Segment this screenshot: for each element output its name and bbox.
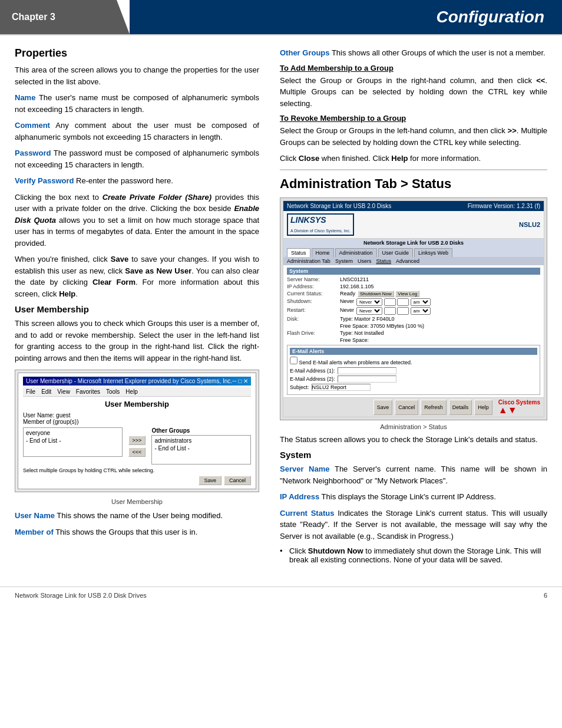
page-header: Chapter 3 Configuration	[0, 0, 562, 35]
footer-left: Network Storage Link for USB 2.0 Disk Dr…	[15, 592, 147, 599]
shutdown-hour[interactable]	[384, 298, 396, 306]
comment-term: Comment	[15, 121, 50, 130]
create-private-italic: Create Private Folder (Share)	[103, 193, 212, 202]
other-list: administrators - End of List -	[151, 435, 251, 465]
restart-select[interactable]: Never	[356, 307, 382, 315]
screenshot-footer-text: Select multiple Groups by holding CTRL w…	[23, 467, 251, 473]
add-membership-desc: Select the Group or Groups in the right-…	[280, 75, 547, 110]
screenshot-title-text: User Membership - Microsoft Internet Exp…	[26, 378, 232, 384]
view-log-btn[interactable]: View Log	[395, 291, 419, 297]
name-term: Name	[15, 93, 35, 102]
subject-row: Subject:	[290, 384, 537, 391]
chapter-text: Chapter 3	[12, 12, 55, 22]
comment-para: Comment Any comment about the user must …	[15, 120, 259, 143]
help-bold2: Help	[391, 154, 408, 163]
tab-status[interactable]: Status	[287, 248, 310, 257]
member-of-col: everyone - End of List -	[23, 427, 123, 465]
menu-edit: Edit	[41, 388, 51, 395]
email2-label: E-Mail Address (2):	[290, 376, 335, 382]
page-title: Configuration	[130, 0, 562, 34]
shutdown-controls: Never ampm	[356, 298, 431, 306]
status-title-left: Network Storage Link for USB 2.0 Disks	[287, 203, 391, 209]
current-status-row: Current Status: Ready Shutdown Now View …	[287, 291, 540, 297]
properties-heading: Properties	[15, 47, 259, 60]
footer-buttons: Save Cancel	[23, 476, 251, 485]
restart-ampm[interactable]: ampm	[411, 307, 431, 315]
status-save-btn[interactable]: Save	[373, 400, 393, 415]
server-name-value: LNSC01211	[340, 276, 369, 282]
close-bold: Close	[299, 154, 319, 163]
add-membership-heading: To Add Membership to a Group	[280, 64, 547, 73]
right-column: Other Groups This shows all other Groups…	[271, 47, 562, 569]
status-action-buttons: Save Cancel Refresh Details Help Cisco S…	[283, 397, 544, 417]
server-name-label: Server Name:	[287, 276, 340, 282]
free-space-row: Free Space: 37050 MBytes (100 %)	[287, 323, 540, 329]
arrow-left-btn[interactable]: <<<	[128, 447, 146, 457]
linksys-sub: A Division of Cisco Systems, Inc.	[290, 229, 351, 233]
tab-linksys-web[interactable]: Linksys Web	[414, 248, 452, 257]
comment-desc: Any comment about the user must be compo…	[15, 121, 259, 141]
flash-free-row: Free Space:	[287, 337, 540, 343]
double-arrow-left: <<	[536, 76, 545, 85]
sub-tab-system[interactable]: System	[335, 258, 353, 264]
status-refresh-btn[interactable]: Refresh	[421, 400, 447, 415]
bullet-item-shutdown: • Click Shutdown Now to immediately shut…	[280, 546, 547, 564]
properties-intro: This area of the screen allows you to ch…	[15, 64, 259, 87]
status-cancel-btn[interactable]: Cancel	[395, 400, 418, 415]
restart-row: Restart: Never Never ampm	[287, 307, 540, 315]
tab-home[interactable]: Home	[312, 248, 334, 257]
screenshot-inner: User Membership - Microsoft Internet Exp…	[18, 373, 256, 489]
restart-min[interactable]	[397, 307, 409, 315]
sub-tab-admin[interactable]: Administration Tab	[287, 258, 330, 264]
screenshot-save-btn[interactable]: Save	[199, 476, 222, 485]
screenshot-menubar: File Edit View Favorites Tools Help	[23, 387, 251, 397]
linksys-logo-area: LINKSYSA Division of Cisco Systems, Inc.	[287, 213, 354, 236]
list-item-endoflist2: - End of List -	[154, 444, 248, 452]
bullet-dot: •	[280, 546, 286, 564]
status-screenshot: Network Storage Link for USB 2.0 Disks F…	[280, 197, 547, 420]
status-help-btn[interactable]: Help	[474, 400, 492, 415]
flash-free-value: Free Space:	[340, 337, 369, 343]
subject-input[interactable]	[312, 384, 371, 391]
restart-hour[interactable]	[384, 307, 396, 315]
status-tabs: Status Home Administration User Guide Li…	[283, 247, 544, 257]
status-linksys-bar: LINKSYSA Division of Cisco Systems, Inc.…	[283, 211, 544, 239]
shutdown-ampm[interactable]: ampm	[411, 298, 431, 306]
other-groups-term: Other Groups	[280, 48, 330, 57]
menu-view: View	[57, 388, 70, 395]
bullet-text: Click Shutdown Now to immediately shut d…	[289, 546, 547, 564]
email-checkbox[interactable]	[290, 357, 297, 364]
free-space-value: Free Space: 37050 MBytes (100 %)	[340, 323, 424, 329]
arrow-right-btn[interactable]: >>>	[128, 436, 146, 445]
screenshot-member-label: Member of (group(s))	[23, 419, 78, 425]
shutdown-now-bold: Shutdown Now	[308, 546, 363, 555]
shutdown-select[interactable]: Never	[356, 298, 382, 306]
email2-row: E-Mail Address (2):	[290, 375, 537, 383]
free-space-label	[287, 323, 340, 329]
sub-tab-status[interactable]: Status	[376, 258, 391, 264]
user-name-desc: This shows the name of the User being mo…	[57, 511, 223, 520]
email1-input[interactable]	[338, 367, 396, 374]
tab-administration[interactable]: Administration	[335, 248, 377, 257]
screenshot-cancel-btn[interactable]: Cancel	[224, 476, 251, 485]
ip-address-value: 192.168.1.105	[340, 284, 374, 289]
other-groups-col: Other Groups administrators - End of Lis…	[151, 427, 251, 465]
sub-tab-advanced[interactable]: Advanced	[396, 258, 419, 264]
menu-help: Help	[125, 388, 138, 395]
system-heading: System	[280, 450, 547, 460]
tab-user-guide[interactable]: User Guide	[378, 248, 414, 257]
shutdown-now-btn[interactable]: Shutdown Now	[358, 291, 394, 297]
verify-para: Verify Password Re-enter the password he…	[15, 175, 259, 187]
current-status-para: Current Status Indicates the Storage Lin…	[280, 508, 547, 542]
shutdown-min[interactable]	[397, 298, 409, 306]
email2-input[interactable]	[338, 375, 396, 383]
sub-tab-users[interactable]: Users	[358, 258, 372, 264]
email-checkbox-row: Send E-Mail alerts when problems are det…	[290, 357, 537, 365]
verify-desc: Re-enter the password here.	[76, 176, 173, 185]
status-inner: Network Storage Link for USB 2.0 Disks F…	[283, 200, 544, 417]
status-details-btn[interactable]: Details	[449, 400, 472, 415]
status-buttons-inline: Shutdown Now View Log	[358, 291, 419, 297]
chapter-label: Chapter 3	[0, 0, 130, 34]
member-of-para: Member of This shows the Groups that thi…	[15, 526, 259, 538]
email-section: E-Mail Alerts Send E-Mail alerts when pr…	[287, 345, 540, 395]
